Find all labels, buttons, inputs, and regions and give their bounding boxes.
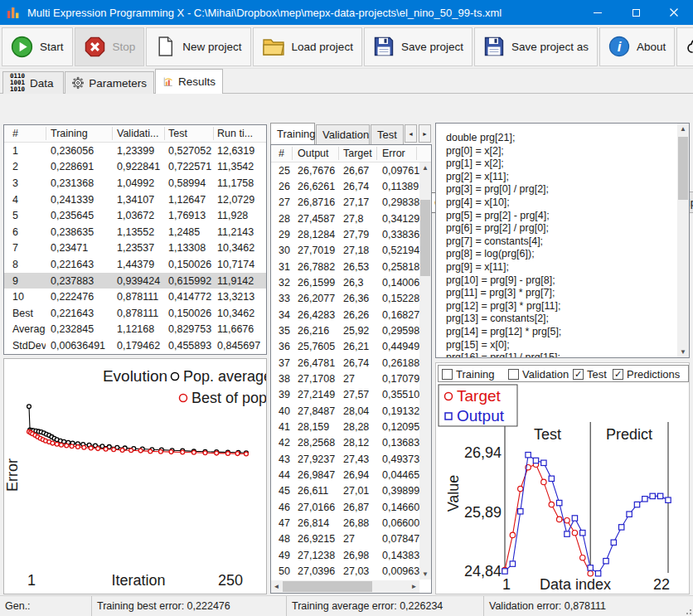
svg-text:24,84: 24,84	[464, 563, 502, 580]
code-panel: double prg[21];prg[0] = x[2];prg[1] = x[…	[435, 123, 690, 358]
stop-button: Stop	[75, 27, 145, 66]
series-toggles: TrainingValidation✓Test✓Predictions	[438, 365, 689, 382]
svg-text:Target: Target	[457, 387, 502, 405]
scroll-down-icon[interactable]: ▼	[419, 569, 431, 580]
output-table-row[interactable]: 4526,61127,010,398998	[271, 483, 419, 499]
output-table-row[interactable]: 4426,984726,940,044650	[271, 467, 419, 483]
save-project-button[interactable]: Save project	[364, 27, 472, 66]
output-table-row[interactable]: 2726,871627,170,298384	[271, 195, 419, 211]
output-table-row[interactable]: 4128,15928,280,120951	[271, 419, 419, 434]
runs-table-row[interactable]: 30,2313681,049920,5899411,1758	[4, 175, 266, 192]
about-button[interactable]: i About	[599, 27, 675, 66]
close-button[interactable]	[655, 0, 693, 25]
data-icon: 011010011010	[10, 73, 25, 93]
svg-text:Value: Value	[445, 475, 462, 512]
output-table-row[interactable]: 4826,9215270,078470	[271, 531, 419, 547]
title-bar: Multi Expression Programming X - C:\Miha…	[0, 0, 693, 25]
scroll-down-icon[interactable]: ▼	[677, 347, 689, 357]
runs-table-row[interactable]: 70,234711,235371,1330810,3462	[4, 240, 266, 257]
new-project-button[interactable]: New project	[146, 27, 250, 66]
tab-scroll-right-button[interactable]: ►	[419, 124, 431, 143]
main-tab-bar: 011010011010 Data Parameters Results	[0, 69, 693, 94]
output-table-row[interactable]: 3625,760526,210,449498	[271, 339, 419, 355]
output-table-row[interactable]: 3226,159926,30,140062	[271, 274, 419, 290]
code-line: prg[14] = prg[12] * prg[5];	[446, 326, 664, 339]
output-table-row[interactable]: 4726,81426,880,066008	[271, 515, 419, 531]
output-table-row[interactable]: 3827,1708270,170794	[271, 371, 419, 386]
toggle-validation[interactable]: Validation	[508, 368, 569, 381]
output-table-row[interactable]: 4327,923727,430,493738	[271, 451, 419, 467]
runs-table-row[interactable]: 60,2386351,135521,248511,2143	[4, 224, 266, 240]
output-table-vscrollbar[interactable]: ▲ ▼	[419, 162, 431, 580]
tab-validation[interactable]: Validation	[316, 124, 370, 144]
toggle-predictions[interactable]: ✓Predictions	[613, 368, 680, 381]
tab-results[interactable]: Results	[155, 69, 223, 94]
minimize-button[interactable]	[579, 0, 617, 25]
tab-parameters[interactable]: Parameters	[65, 71, 154, 94]
scrollbar-thumb[interactable]	[678, 137, 688, 200]
scrollbar-thumb[interactable]	[283, 581, 372, 592]
scroll-left-icon[interactable]: ◄	[271, 580, 282, 593]
runs-table-row[interactable]: Best0,2216430,8781110,15002610,3462	[4, 305, 266, 322]
tab-test[interactable]: Test	[371, 124, 404, 144]
tab-training[interactable]: Training	[270, 123, 315, 144]
output-table-row[interactable]: 2526,767626,670,097612	[271, 162, 419, 178]
runs-table-row[interactable]: StdDev0,006364910,1794620,4558930,845697	[4, 337, 266, 354]
output-table-row[interactable]: 3426,428326,260,168276	[271, 307, 419, 323]
runs-table-row[interactable]: 90,2378830,9394240,61599211,9142	[4, 273, 266, 289]
load-project-button[interactable]: Load project	[253, 27, 362, 66]
output-table-body: 2526,767626,670,0976122626,626126,740,11…	[271, 162, 419, 580]
save-project-as-button[interactable]: Save project as	[474, 27, 598, 66]
runs-table-row[interactable]: 80,2216431,443790,15002610,7174	[4, 256, 266, 273]
scroll-up-icon[interactable]: ▲	[677, 124, 689, 134]
output-table-row[interactable]: 3027,701927,180,521945	[271, 243, 419, 259]
svg-text:Error: Error	[4, 458, 21, 492]
runs-table-row[interactable]: 10,2360561,233990,52705212,6319	[4, 143, 266, 159]
code-line: prg[11] = prg[3] * prg[7];	[446, 287, 664, 300]
load-project-icon	[262, 36, 285, 57]
runs-table-row[interactable]: Average0,2328451,121680,82975311,6676	[4, 322, 266, 338]
svg-text:Predict: Predict	[606, 426, 652, 443]
output-table-row[interactable]: 4627,016626,870,146609	[271, 499, 419, 515]
output-table-row[interactable]: 2626,626126,740,113891	[271, 178, 419, 194]
runs-table-row[interactable]: 50,2356451,036721,7691311,928	[4, 207, 266, 224]
toggle-training[interactable]: Training	[442, 368, 494, 381]
runs-table-row[interactable]: 40,2413391,341071,1264712,0729	[4, 192, 266, 208]
toggle-test[interactable]: ✓Test	[573, 368, 607, 381]
runs-table-row[interactable]: 20,2286910,9228410,72257111,3542	[4, 159, 266, 176]
scroll-up-icon[interactable]: ▲	[419, 162, 431, 173]
tab-data[interactable]: 011010011010 Data	[2, 71, 64, 94]
svg-text:1: 1	[502, 576, 511, 593]
output-table-row[interactable]: 2827,458727,80,341298	[271, 211, 419, 226]
output-table-row[interactable]: 3326,207726,360,152287	[271, 291, 419, 307]
output-table-row[interactable]: 3126,788226,530,258182	[271, 259, 419, 274]
updates-button[interactable]: Updates	[676, 27, 693, 66]
code-vscrollbar[interactable]: ▲ ▼	[677, 124, 689, 357]
svg-text:1: 1	[27, 572, 36, 589]
code-line: prg[6] = prg[2] / prg[0];	[446, 222, 664, 235]
output-table-row[interactable]: 3927,214927,570,355103	[271, 387, 419, 403]
resize-grip[interactable]	[684, 607, 692, 615]
output-table-row[interactable]: 4228,256828,120,136832	[271, 435, 419, 451]
output-table-hscrollbar[interactable]: ◄ ►	[271, 580, 419, 593]
output-table-row[interactable]: 3526,21625,920,295984	[271, 323, 419, 338]
svg-text:Output: Output	[457, 407, 505, 424]
scrollbar-thumb[interactable]	[420, 200, 430, 276]
status-item: Validation error: 0,878111	[483, 596, 693, 616]
status-bar: Gen.:Training best error: 0,222476Traini…	[0, 595, 693, 616]
checkbox-icon	[508, 369, 519, 380]
code-text[interactable]: double prg[21];prg[0] = x[2];prg[1] = x[…	[436, 124, 677, 357]
runs-table-row[interactable]: 100,2224760,8781110,41477213,3213	[4, 289, 266, 305]
output-table-row[interactable]: 5027,039627,030,009634	[271, 563, 419, 579]
svg-text:Test: Test	[534, 426, 561, 443]
output-table-row[interactable]: 3726,478126,740,261882	[271, 355, 419, 371]
tab-scroll-left-button[interactable]: ◄	[405, 124, 417, 143]
output-table-row[interactable]: 4927,123826,980,143835	[271, 547, 419, 563]
maximize-button[interactable]	[617, 0, 655, 25]
scroll-right-icon[interactable]: ►	[409, 580, 419, 593]
output-table-row[interactable]: 2928,128427,790,338365	[271, 226, 419, 242]
runs-table-header: # Training Validati... Test Run ti...	[4, 125, 266, 143]
output-table-row[interactable]: 4027,848728,040,191323	[271, 403, 419, 419]
status-item: Training average error: 0,226234	[286, 596, 483, 616]
start-button[interactable]: Start	[2, 27, 73, 66]
